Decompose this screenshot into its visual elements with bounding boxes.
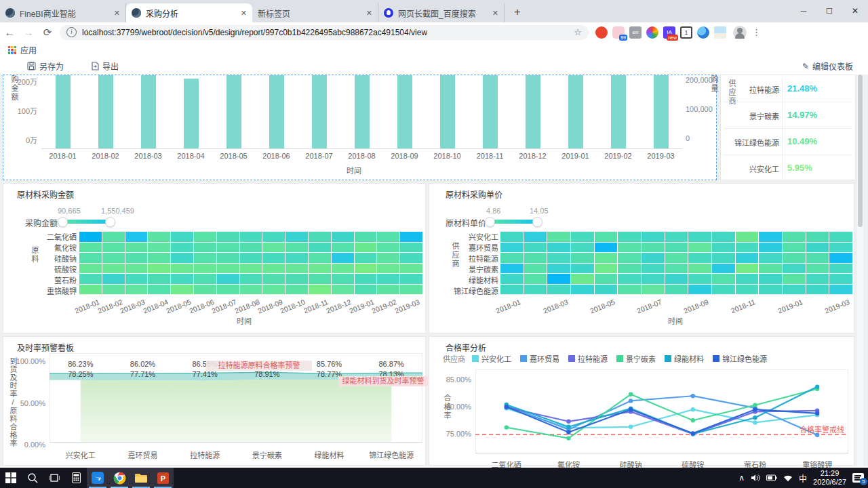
line-point-绿能材料-重铬酸钾[interactable] (815, 384, 819, 388)
line-point-景宁碳素-硫酸铵[interactable] (691, 418, 695, 422)
bar-2018-02[interactable] (98, 75, 113, 148)
heatmap-cell-景宁碳素-2018-02[interactable] (524, 264, 547, 274)
heatmap-cell-萤石粉-2018-04[interactable] (148, 274, 170, 284)
heatmap-cell-嘉环贸易-2018-02[interactable] (524, 243, 547, 253)
red-circle-extension[interactable] (595, 26, 608, 39)
chart-card-material-amount[interactable]: 原材料采购金额 采购金额 90,665 1,550,459 原料 二氧化硒氟化铵… (3, 183, 426, 333)
heatmap-cell-拉特能源-2018-06[interactable] (618, 253, 641, 263)
heatmap-cell-硫酸铵-2018-09[interactable] (262, 264, 285, 274)
heatmap-cell-萤石粉-2018-12[interactable] (332, 274, 354, 284)
heatmap-cell-硅酸钠-2019-03[interactable] (400, 253, 422, 263)
heatmap-cell-嘉环贸易-2019-01[interactable] (783, 243, 806, 253)
file-explorer-taskbar-icon[interactable] (130, 468, 152, 488)
heatmap-cell-硅酸钠-2018-08[interactable] (240, 253, 262, 263)
heatmap-cell-硅酸钠-2018-10[interactable] (285, 253, 308, 263)
line-point-锦江绿色能源-二氧化硒[interactable] (505, 405, 509, 409)
line-point-嘉环贸易-硫酸铵[interactable] (691, 394, 695, 398)
close-button[interactable]: ✕ (842, 0, 868, 22)
ime-indicator[interactable]: 中 (799, 472, 807, 484)
heatmap-cell-硫酸铵-2018-02[interactable] (102, 264, 125, 274)
heatmap-cell-二氧化硒-2018-04[interactable] (148, 232, 170, 242)
heatmap-cell-硅酸钠-2018-05[interactable] (171, 253, 193, 263)
ia-extension[interactable]: IAnew (663, 26, 675, 39)
forward-button[interactable]: → (19, 26, 38, 38)
heatmap-cell-硫酸铵-2018-07[interactable] (217, 264, 239, 274)
bar-2018-04[interactable] (184, 79, 199, 148)
heatmap-cell-锦江绿色能源-2018-08[interactable] (665, 285, 688, 295)
heatmap-cell-硫酸铵-2018-12[interactable] (332, 264, 354, 274)
line-point-兴安化工-硫酸铵[interactable] (691, 407, 695, 411)
heatmap-cell-嘉环贸易-2018-08[interactable] (665, 243, 688, 253)
heatmap-cell-嘉环贸易-2018-03[interactable] (547, 243, 570, 253)
browser-menu-icon[interactable]: ⋮ (752, 27, 761, 37)
heatmap-cell-锦江绿色能源-2018-01[interactable] (500, 285, 524, 295)
volume-icon[interactable] (751, 474, 760, 482)
heatmap-cell-氟化铵-2018-03[interactable] (125, 243, 148, 253)
bar-2019-01[interactable] (568, 75, 583, 148)
heatmap-cell-绿能材料-2018-04[interactable] (571, 274, 594, 284)
browser-tab-4[interactable]: 网页长截图_百度搜索✕ (378, 3, 505, 22)
heatmap-cell-拉特能源-2019-01[interactable] (783, 253, 806, 263)
scrollbar-thumb[interactable] (858, 75, 863, 227)
bookmark-star-icon[interactable]: ☆ (574, 27, 582, 37)
heatmap-cell-绿能材料-2019-01[interactable] (783, 274, 806, 284)
heatmap-cell-兴安化工-2018-05[interactable] (595, 232, 618, 242)
heatmap-cell-兴安化工-2019-02[interactable] (806, 232, 829, 242)
bar-2018-01[interactable] (56, 75, 71, 148)
heatmap-cell-硫酸铵-2018-04[interactable] (148, 264, 170, 274)
heatmap-cell-硫酸铵-2018-01[interactable] (79, 264, 102, 274)
heatmap-cell-锦江绿色能源-2019-01[interactable] (783, 285, 806, 295)
heatmap-cell-拉特能源-2018-09[interactable] (688, 253, 711, 263)
heatmap-cell-景宁碳素-2018-03[interactable] (547, 264, 570, 274)
line-point-兴安化工-硅酸钠[interactable] (629, 425, 633, 429)
line-point-锦江绿色能源-氟化铵[interactable] (566, 430, 570, 434)
heatmap-cell-硅酸钠-2018-11[interactable] (309, 253, 331, 263)
heatmap-cell-兴安化工-2018-08[interactable] (665, 232, 688, 242)
heatmap-cell-萤石粉-2018-10[interactable] (285, 274, 308, 284)
url-text[interactable]: localhost:37799/webroot/decision/v5/desi… (82, 28, 427, 37)
heatmap-cell-景宁碳素-2018-09[interactable] (688, 264, 711, 274)
heatmap-cell-重铬酸钾-2018-07[interactable] (217, 285, 239, 295)
heatmap-cell-锦江绿色能源-2018-03[interactable] (547, 285, 570, 295)
heatmap-cell-绿能材料-2019-02[interactable] (806, 274, 829, 284)
heatmap-cell-氟化铵-2019-02[interactable] (377, 243, 399, 253)
heatmap-cell-锦江绿色能源-2018-05[interactable] (595, 285, 618, 295)
heatmap-cell-重铬酸钾-2018-04[interactable] (148, 285, 170, 295)
heatmap-cell-硅酸钠-2018-03[interactable] (125, 253, 148, 263)
heatmap-cell-兴安化工-2018-01[interactable] (500, 232, 524, 242)
heatmap-cell-兴安化工-2018-07[interactable] (642, 232, 665, 242)
calculator-taskbar-icon[interactable] (65, 468, 87, 488)
heatmap-cell-嘉环贸易-2018-07[interactable] (642, 243, 665, 253)
heatmap-cell-嘉环贸易-2018-10[interactable] (712, 243, 735, 253)
heatmap-cell-二氧化硒-2019-01[interactable] (355, 232, 377, 242)
line-point-绿能材料-氟化铵[interactable] (566, 425, 570, 429)
heatmap-cell-绿能材料-2018-03[interactable] (547, 274, 570, 284)
heatmap-cell-兴安化工-2019-03[interactable] (829, 232, 852, 242)
heatmap-cell-景宁碳素-2018-07[interactable] (642, 264, 665, 274)
heatmap-cell-景宁碳素-2018-10[interactable] (712, 264, 735, 274)
maximize-button[interactable]: ☐ (816, 0, 842, 22)
heatmap-cell-硫酸铵-2018-08[interactable] (240, 264, 262, 274)
heatmap-cell-兴安化工-2018-11[interactable] (736, 232, 759, 242)
heatmap-cell-二氧化硒-2019-02[interactable] (377, 232, 399, 242)
heatmap-cell-萤石粉-2018-01[interactable] (79, 274, 102, 284)
heatmap-cell-氟化铵-2018-01[interactable] (79, 243, 102, 253)
heatmap-cell-嘉环贸易-2019-02[interactable] (806, 243, 829, 253)
heatmap-cell-锦江绿色能源-2018-04[interactable] (571, 285, 594, 295)
heatmap-cell-锦江绿色能源-2018-09[interactable] (688, 285, 711, 295)
heatmap1-slider-knob-max[interactable] (105, 217, 115, 227)
heatmap-cell-重铬酸钾-2018-08[interactable] (240, 285, 262, 295)
heatmap-cell-硫酸铵-2019-01[interactable] (355, 264, 377, 274)
bar-2018-06[interactable] (269, 75, 284, 148)
line-point-锦江绿色能源-重铬酸钾[interactable] (815, 411, 819, 415)
tab-close-icon[interactable]: ✕ (492, 9, 498, 18)
heatmap-cell-拉特能源-2018-03[interactable] (547, 253, 570, 263)
heatmap-cell-兴安化工-2018-06[interactable] (618, 232, 641, 242)
heatmap-cell-硅酸钠-2019-01[interactable] (355, 253, 377, 263)
heatmap-cell-二氧化硒-2018-10[interactable] (285, 232, 308, 242)
url-omnibox[interactable]: i localhost:37799/webroot/decision/v5/de… (60, 25, 589, 40)
bar-2018-10[interactable] (440, 75, 455, 148)
heatmap-cell-嘉环贸易-2018-05[interactable] (595, 243, 618, 253)
heatmap-cell-硅酸钠-2018-01[interactable] (79, 253, 102, 263)
heatmap-cell-景宁碳素-2019-03[interactable] (829, 264, 852, 274)
